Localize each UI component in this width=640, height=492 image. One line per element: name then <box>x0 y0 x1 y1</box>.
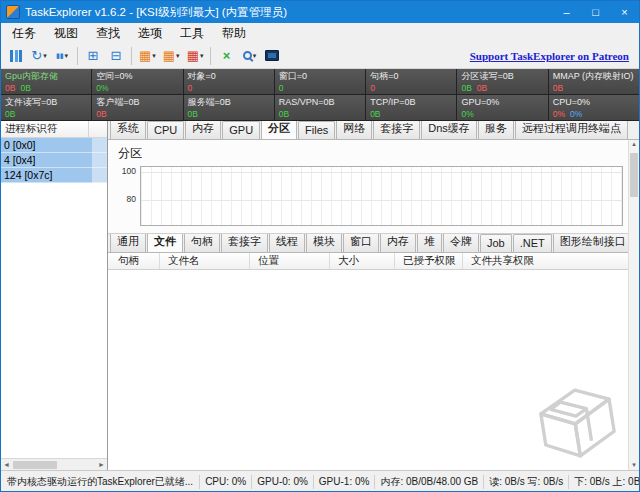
dtab-gdi[interactable]: 图形绘制接口 <box>553 234 633 252</box>
process-list-empty-area <box>1 183 107 458</box>
chevron-down-icon: ▾ <box>152 52 156 59</box>
drivers-view-button[interactable]: ▦▾ <box>184 45 207 67</box>
menu-find[interactable]: 查找 <box>87 23 129 44</box>
titlebar[interactable]: TaskExplorer v1.6.2 - [KSI级别到最大] (内置管理员)… <box>1 1 639 23</box>
terminate-button[interactable]: × <box>215 45 237 67</box>
col-granted-access[interactable]: 已授予权限 <box>395 253 463 269</box>
tab-service[interactable]: 服务 <box>478 121 514 139</box>
graph-panel-gpu-memory[interactable]: Gpu内部存储 0B0B <box>1 69 91 94</box>
tab-dns-cache[interactable]: Dns缓存 <box>421 121 477 139</box>
dtab-window[interactable]: 窗口 <box>343 234 379 252</box>
close-button[interactable]: × <box>610 1 639 23</box>
scroll-down-icon[interactable]: ▾ <box>629 461 639 469</box>
minimize-button[interactable]: – <box>552 1 581 23</box>
status-gpu0[interactable]: GPU-0: 0% <box>251 475 313 489</box>
process-row-4[interactable]: 4 [0x4] <box>1 153 107 168</box>
tab-gpu[interactable]: GPU <box>222 121 260 139</box>
window-title: TaskExplorer v1.6.2 - [KSI级别到最大] (内置管理员) <box>25 5 287 20</box>
app-icon <box>6 5 20 19</box>
chart-y-axis: 100 80 <box>116 166 140 226</box>
partition-graph-pane: 分区 100 80 <box>108 140 639 234</box>
expand-tree-button[interactable]: ⊞ <box>82 45 104 67</box>
col-filename[interactable]: 文件名 <box>160 253 250 269</box>
file-table-body <box>108 270 639 470</box>
col-size[interactable]: 大小 <box>330 253 395 269</box>
graph-panel-objects[interactable]: 对象=0 0 <box>184 69 274 94</box>
dtab-module[interactable]: 模块 <box>306 234 342 252</box>
process-list-header[interactable]: 进程标识符 <box>1 121 107 138</box>
graph-panel-client[interactable]: 客户端=0B 0B <box>92 95 182 120</box>
search-button[interactable]: ▾ <box>238 45 260 67</box>
dtab-handle[interactable]: 句柄 <box>184 234 220 252</box>
menu-options[interactable]: 选项 <box>129 23 171 44</box>
process-row-0[interactable]: 0 [0x0] <box>1 138 107 153</box>
pid-column-header[interactable]: 进程标识符 <box>1 121 89 137</box>
graph-panel-server[interactable]: 服务端=0B 0B <box>184 95 274 120</box>
graph-panel-space[interactable]: 空间=0% 0% <box>92 69 182 94</box>
menu-task[interactable]: 任务 <box>3 23 45 44</box>
process-grid-icon: ▦ <box>139 48 151 63</box>
col-position[interactable]: 位置 <box>250 253 330 269</box>
refresh-button[interactable]: ↻▾ <box>28 45 50 67</box>
dtab-heap[interactable]: 堆 <box>417 234 442 252</box>
show-graphs-button[interactable] <box>5 45 27 67</box>
menu-help[interactable]: 帮助 <box>213 23 255 44</box>
collapse-all-icon: ⊟ <box>111 48 122 63</box>
scroll-up-icon[interactable]: ▴ <box>632 140 636 147</box>
graph-panel-ras-vpn[interactable]: RAS/VPN=0B 0B <box>275 95 365 120</box>
graph-panel-mmap-io[interactable]: MMAP (内存映射IO) 0B <box>549 69 639 94</box>
dtab-token[interactable]: 令牌 <box>443 234 479 252</box>
collapse-tree-button[interactable]: ⊟ <box>105 45 127 67</box>
status-network-io[interactable]: 下: 0B/s 上: 0B/s <box>568 475 639 489</box>
dtab-dotnet[interactable]: .NET <box>513 234 552 252</box>
chevron-down-icon: ▾ <box>200 52 204 59</box>
patreon-link[interactable]: Support TaskExplorer on Patreon <box>470 50 629 62</box>
vertical-scrollbar[interactable]: ▴ ▾ <box>628 140 639 470</box>
tab-partition[interactable]: 分区 <box>261 121 297 140</box>
dtab-file[interactable]: 文件 <box>147 234 183 253</box>
dtab-socket[interactable]: 套接字 <box>221 234 268 252</box>
tab-socket[interactable]: 套接字 <box>373 121 420 139</box>
tab-system[interactable]: 系统 <box>110 121 146 139</box>
scrollbar-thumb[interactable] <box>630 153 638 197</box>
graph-panel-windows[interactable]: 窗口=0 0 <box>275 69 365 94</box>
statusbar: 带内核态驱动运行的TaskExplorer已就绪... CPU: 0% GPU-… <box>1 470 639 492</box>
chevron-down-icon: ▾ <box>253 52 257 59</box>
status-gpu1[interactable]: GPU-1: 0% <box>313 475 375 489</box>
tab-memory[interactable]: 内存 <box>185 121 221 139</box>
tab-files[interactable]: Files <box>298 121 335 139</box>
graph-panel-gpu[interactable]: GPU=0% 0% <box>457 95 547 120</box>
status-memory[interactable]: 内存: 0B/0B/48.00 GB <box>374 475 483 489</box>
process-row-124[interactable]: 124 [0x7c] <box>1 168 107 183</box>
scrollbar-thumb[interactable] <box>13 461 57 469</box>
tab-cpu[interactable]: CPU <box>147 121 184 139</box>
graph-panel-file-io[interactable]: 文件读写=0B 0B <box>1 95 91 120</box>
status-cpu[interactable]: CPU: 0% <box>199 475 251 489</box>
col-handle[interactable]: 句柄 <box>110 253 160 269</box>
dtab-general[interactable]: 通用 <box>110 234 146 252</box>
status-disk-io[interactable]: 读: 0B/s 写: 0B/s <box>483 475 568 489</box>
graph-panel-tcp-ip[interactable]: TCP/IP=0B 0B <box>366 95 456 120</box>
taskexplorer-window: TaskExplorer v1.6.2 - [KSI级别到最大] (内置管理员)… <box>0 0 640 492</box>
scroll-left-icon[interactable]: ◄ <box>1 461 12 468</box>
tab-network[interactable]: 网络 <box>336 121 372 139</box>
menu-view[interactable]: 视图 <box>45 23 87 44</box>
search-icon <box>243 51 252 60</box>
processes-view-button[interactable]: ▦▾ <box>136 45 159 67</box>
maximize-button[interactable]: □ <box>581 1 610 23</box>
dtab-job[interactable]: Job <box>480 234 512 252</box>
tab-rpc-endpoints[interactable]: 远程过程调用终端点 <box>515 121 628 139</box>
dtab-memory[interactable]: 内存 <box>380 234 416 252</box>
system-monitor-button[interactable] <box>261 45 283 67</box>
menu-tools[interactable]: 工具 <box>171 23 213 44</box>
graph-panel-handles[interactable]: 句柄=0 0 <box>366 69 456 94</box>
dtab-thread[interactable]: 线程 <box>269 234 305 252</box>
pause-button[interactable]: ▮▮▾ <box>51 45 73 67</box>
chart-bars-icon <box>10 50 22 62</box>
horizontal-scrollbar[interactable]: ◄ ► <box>1 458 107 470</box>
scroll-right-icon[interactable]: ► <box>96 461 107 468</box>
graph-panel-disk-io[interactable]: 分区读写=0B 0B0B <box>457 69 547 94</box>
services-view-button[interactable]: ▦▾ <box>160 45 183 67</box>
graph-panel-cpu[interactable]: CPU=0% 0%0% <box>549 95 639 120</box>
col-file-share-access[interactable]: 文件共享权限 <box>463 253 639 269</box>
